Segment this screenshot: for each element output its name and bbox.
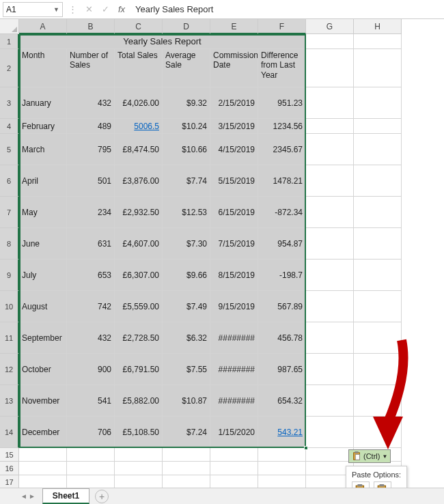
cell[interactable] <box>210 448 258 462</box>
cell[interactable]: 567.89 <box>258 291 306 322</box>
cell[interactable]: 8/15/2019 <box>210 260 258 291</box>
row-header[interactable]: 2 <box>0 49 19 87</box>
cell[interactable] <box>163 448 210 462</box>
cell[interactable] <box>67 475 115 489</box>
cell[interactable]: $10.87 <box>163 385 210 417</box>
column-header[interactable]: G <box>306 19 354 34</box>
column-header[interactable]: A <box>19 19 67 34</box>
cell[interactable]: 987.65 <box>258 354 306 385</box>
cell[interactable] <box>19 448 67 462</box>
header-cell[interactable]: Total Sales <box>115 49 163 87</box>
cell[interactable]: 6/15/2019 <box>210 197 258 228</box>
cell[interactable] <box>354 291 402 322</box>
cell[interactable]: 631 <box>67 228 115 260</box>
cell[interactable]: 3/15/2019 <box>210 119 258 134</box>
cell[interactable]: October <box>19 354 67 385</box>
cell[interactable] <box>115 475 163 489</box>
cell[interactable]: 653 <box>67 260 115 291</box>
cell[interactable] <box>306 260 354 291</box>
cell[interactable]: £3,876.00 <box>115 165 163 197</box>
row-header[interactable]: 7 <box>0 197 19 228</box>
cancel-icon[interactable]: ✕ <box>83 4 94 15</box>
cell[interactable] <box>306 87 354 119</box>
cell[interactable] <box>354 134 402 165</box>
cell[interactable]: 954.87 <box>258 228 306 260</box>
header-cell[interactable]: Commission Date <box>210 49 258 87</box>
cell[interactable]: 795 <box>67 134 115 165</box>
cell[interactable]: 4/15/2019 <box>210 134 258 165</box>
cell[interactable]: 951.23 <box>258 87 306 119</box>
cell[interactable] <box>306 291 354 322</box>
cell[interactable] <box>306 34 354 49</box>
column-header[interactable]: B <box>67 19 115 34</box>
cell[interactable] <box>163 475 210 489</box>
row-header[interactable]: 17 <box>0 475 19 489</box>
name-box[interactable]: A1 ▼ <box>3 2 63 17</box>
cell[interactable]: 2345.67 <box>258 134 306 165</box>
cell[interactable] <box>354 260 402 291</box>
row-header[interactable]: 3 <box>0 87 19 119</box>
paste-options-button[interactable]: (Ctrl) ▼ <box>348 449 391 463</box>
fill-handle[interactable] <box>304 446 308 450</box>
cell[interactable]: ######## <box>210 354 258 385</box>
cell[interactable]: 1/15/2020 <box>210 417 258 448</box>
row-header[interactable]: 4 <box>0 119 19 134</box>
cell[interactable]: $7.55 <box>163 354 210 385</box>
cell[interactable]: 234 <box>67 197 115 228</box>
cell[interactable]: 541 <box>67 385 115 417</box>
cell[interactable] <box>354 34 402 49</box>
cell[interactable] <box>258 475 306 489</box>
cell[interactable]: $9.66 <box>163 260 210 291</box>
cell[interactable]: £8,474.50 <box>115 134 163 165</box>
cell[interactable]: $6.32 <box>163 322 210 354</box>
cell[interactable]: $10.24 <box>163 119 210 134</box>
cell[interactable]: £5,108.50 <box>115 417 163 448</box>
row-header[interactable]: 1 <box>0 34 19 49</box>
cell[interactable]: 742 <box>67 291 115 322</box>
tab-prev-icon[interactable]: ◄ <box>20 492 27 500</box>
cell[interactable] <box>19 462 67 475</box>
cell[interactable] <box>163 462 210 475</box>
cell[interactable]: 706 <box>67 417 115 448</box>
cell[interactable]: February <box>19 119 67 134</box>
cell[interactable]: 654.32 <box>258 385 306 417</box>
new-sheet-button[interactable]: + <box>95 490 109 503</box>
cell[interactable] <box>306 385 354 417</box>
header-cell[interactable]: Difference from Last Year <box>258 49 306 87</box>
cell[interactable]: 543.21 <box>258 417 306 448</box>
chevron-down-icon[interactable]: ▼ <box>53 6 59 13</box>
header-cell[interactable]: Number of Sales <box>67 49 115 87</box>
cell[interactable] <box>19 475 67 489</box>
cell[interactable]: 2/15/2019 <box>210 87 258 119</box>
column-header[interactable]: C <box>115 19 163 34</box>
title-cell[interactable]: Yearly Sales Report <box>19 34 306 49</box>
cell[interactable]: April <box>19 165 67 197</box>
column-header[interactable]: F <box>258 19 306 34</box>
cell[interactable] <box>306 197 354 228</box>
cell[interactable] <box>354 165 402 197</box>
cell[interactable]: $9.32 <box>163 87 210 119</box>
cell[interactable]: 1234.56 <box>258 119 306 134</box>
cell[interactable]: £4,026.00 <box>115 87 163 119</box>
cell[interactable]: 9/15/2019 <box>210 291 258 322</box>
cell[interactable]: $10.66 <box>163 134 210 165</box>
cell[interactable] <box>354 385 402 417</box>
cell[interactable]: £5,882.00 <box>115 385 163 417</box>
cell[interactable] <box>306 322 354 354</box>
cell[interactable]: £4,607.00 <box>115 228 163 260</box>
cell[interactable] <box>354 119 402 134</box>
cell[interactable]: November <box>19 385 67 417</box>
sheet-tab-active[interactable]: Sheet1 <box>42 488 89 504</box>
cell[interactable]: 432 <box>67 87 115 119</box>
column-header[interactable]: E <box>210 19 258 34</box>
cell[interactable]: £6,791.50 <box>115 354 163 385</box>
cell[interactable]: 5/15/2019 <box>210 165 258 197</box>
cell[interactable]: £6,307.00 <box>115 260 163 291</box>
cell[interactable]: $7.30 <box>163 228 210 260</box>
cell[interactable]: -872.34 <box>258 197 306 228</box>
cell[interactable]: $7.74 <box>163 165 210 197</box>
cell[interactable] <box>354 197 402 228</box>
column-header[interactable]: D <box>163 19 210 34</box>
cell[interactable]: August <box>19 291 67 322</box>
cell[interactable] <box>67 448 115 462</box>
